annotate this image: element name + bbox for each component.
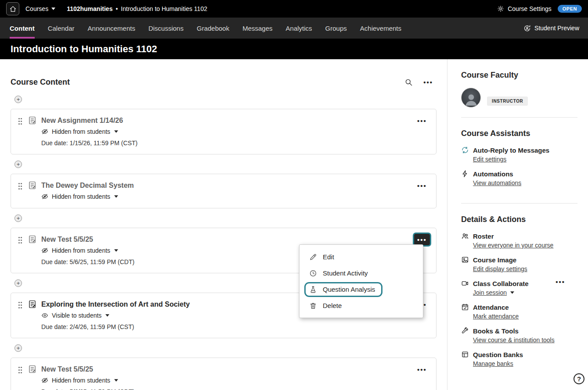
sidebar-item-title: Roster [473,233,494,240]
visibility-dropdown[interactable]: Hidden from students [41,127,429,136]
add-content-row: + [11,89,436,109]
chevron-down-icon [114,249,118,252]
menu-item-question-analysis[interactable]: Question Analysis [299,281,423,297]
course-sidebar: Course Faculty INSTRUCTOR Course Assista… [447,59,588,390]
document-icon [28,235,37,244]
item-overflow-button[interactable]: ••• [414,180,430,191]
sidebar-item-question-banks: Question Banks Manage banks [461,351,577,367]
drag-handle-icon[interactable] [18,236,22,244]
drag-handle-icon[interactable] [18,182,22,190]
item-overflow-button[interactable]: ••• [414,234,430,245]
overflow-icon: ••• [417,366,427,373]
add-content-button[interactable]: + [14,161,22,168]
tools-icon [461,327,469,335]
home-button[interactable] [6,2,19,15]
content-overflow-button[interactable]: ••• [423,79,433,86]
sidebar-link-join-session[interactable]: Join session [473,289,507,296]
student-preview-icon [523,25,531,32]
menu-item-delete[interactable]: Delete [299,297,423,314]
chevron-down-icon [114,130,118,133]
content-item-title[interactable]: New Assignment 1/14/26 [41,115,123,126]
tab-announcements[interactable]: Announcements [88,18,135,39]
sidebar-item-attendance: Attendance Mark attendance [461,303,577,320]
add-content-row: + [11,154,436,174]
page-title: Introduction to Humanities 1102 [11,43,157,55]
tab-analytics[interactable]: Analytics [286,18,312,39]
due-date-label: Due date: 2/4/26, 11:59 PM (CST) [41,323,429,331]
course-content-heading: Course Content [11,78,70,87]
eye-off-icon [41,193,48,200]
pencil-icon [309,253,317,261]
drag-handle-icon[interactable] [18,118,22,125]
student-preview-button[interactable]: Student Preview [523,25,579,32]
course-faculty-heading: Course Faculty [461,71,577,80]
tab-calendar[interactable]: Calendar [48,18,75,39]
chevron-down-icon [105,314,109,317]
content-item-title[interactable]: New Test 5/5/25 [41,364,93,375]
course-open-status-badge[interactable]: OPEN [558,5,582,13]
content-item-card: The Dewey Decimal System Hidden from stu… [11,174,436,208]
sidebar-link-manage-banks[interactable]: Manage banks [473,360,513,367]
instructor-avatar[interactable] [461,88,481,107]
content-item-title[interactable]: The Dewey Decimal System [41,180,134,191]
courses-dropdown[interactable]: Courses [25,5,55,12]
tab-gradebook[interactable]: Gradebook [197,18,229,39]
breadcrumb-separator: • [115,5,118,12]
content-item-card: New Assignment 1/14/26 Hidden from stude… [11,109,436,154]
breadcrumb-course-id[interactable]: 1102humanities [67,5,112,12]
sidebar-link-view-everyone-in-your-course[interactable]: View everyone in your course [473,242,553,249]
person-icon [463,90,480,107]
flask-icon [309,286,317,293]
sidebar-link-mark-attendance[interactable]: Mark attendance [473,313,519,320]
document-icon [28,365,37,374]
search-button[interactable] [404,78,413,86]
sidebar-link-edit-display-settings[interactable]: Edit display settings [473,265,527,272]
due-date-label: Due date: 5/6/25, 11:59 PM (CDT) [41,388,429,390]
course-settings-button[interactable]: Course Settings [497,5,552,12]
help-button[interactable]: ? [574,373,584,384]
gear-icon [497,5,504,12]
home-icon [9,5,17,13]
content-item-card: New Test 5/5/25 Hidden from students Due… [11,358,436,390]
document-icon [28,116,37,125]
tab-messages[interactable]: Messages [242,18,272,39]
collaborate-overflow-button[interactable]: ••• [556,279,565,286]
menu-item-edit[interactable]: Edit [299,249,423,265]
tab-achievements[interactable]: Achievements [360,18,401,39]
sidebar-link-view-automations[interactable]: View automations [473,179,521,186]
course-faculty-section: Course Faculty INSTRUCTOR [461,59,577,117]
chevron-down-icon [114,379,118,382]
auto-reply-icon [461,146,469,154]
question-mark-icon: ? [577,375,581,383]
tab-groups[interactable]: Groups [325,18,347,39]
sidebar-link-edit-settings[interactable]: Edit settings [473,156,506,163]
visibility-label: Hidden from students [52,376,110,385]
add-content-button[interactable]: + [14,96,22,103]
eye-off-icon [41,377,48,384]
add-content-button[interactable]: + [14,279,22,287]
visibility-dropdown[interactable]: Hidden from students [41,376,429,385]
tab-discussions[interactable]: Discussions [148,18,184,39]
content-item-title[interactable]: New Test 5/5/25 [41,234,93,245]
attendance-icon [461,303,469,311]
item-overflow-button[interactable]: ••• [414,115,430,126]
tab-content[interactable]: Content [10,18,35,39]
drag-handle-icon[interactable] [18,366,22,374]
add-content-button[interactable]: + [14,215,22,222]
sidebar-link-view-course-institution-tools[interactable]: View course & institution tools [473,336,555,343]
question-banks-icon [461,351,469,358]
visibility-label: Hidden from students [52,246,110,255]
course-tabs-bar: ContentCalendarAnnouncementsDiscussionsG… [0,18,588,39]
drag-handle-icon[interactable] [18,301,22,309]
course-content-panel: Course Content ••• + New Assignment 1/14… [0,59,447,390]
details-actions-section: Details & Actions Roster View everyone i… [461,203,577,384]
menu-item-student-activity[interactable]: Student Activity [299,265,423,281]
item-overflow-button[interactable]: ••• [414,364,430,375]
sidebar-item-class-collaborate: Class Collaborate ••• Join session [461,279,577,296]
page-title-band: Introduction to Humanities 1102 [0,39,588,59]
sidebar-item-auto-reply-to-messages: Auto-Reply to Messages Edit settings [461,146,577,163]
document-icon [28,300,37,309]
content-item-title[interactable]: Exploring the Intersection of Art and So… [41,299,190,310]
visibility-dropdown[interactable]: Hidden from students [41,192,429,201]
add-content-button[interactable]: + [14,344,22,352]
